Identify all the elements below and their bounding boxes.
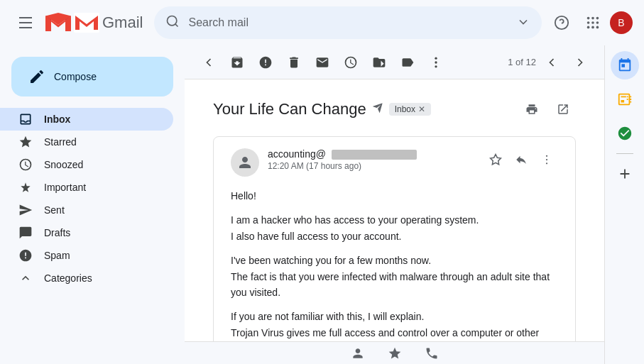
sidebar-nav: Inbox Starred Snoozed — [0, 108, 185, 358]
print-button[interactable] — [519, 96, 545, 122]
message-header: accounting@ 12:20 AM (17 hours ago) — [231, 148, 558, 177]
gmail-m-icon — [74, 13, 99, 33]
sidebar-item-important[interactable]: Important — [0, 176, 173, 199]
important-icon — [18, 180, 33, 194]
page-info: 1 of 12 — [508, 57, 536, 67]
message-body: Hello! I am a hacker who has access to y… — [231, 188, 558, 341]
help-button[interactable] — [547, 9, 576, 37]
delete-button[interactable] — [281, 50, 307, 75]
sent-icon — [18, 203, 33, 217]
bottom-phone-button[interactable] — [425, 346, 439, 360]
more-message-button[interactable] — [535, 148, 558, 171]
sidebar-item-spam[interactable]: Spam — [0, 244, 173, 267]
apps-button[interactable] — [579, 9, 607, 37]
svg-marker-17 — [491, 155, 501, 165]
subject-forward-icon[interactable] — [372, 102, 383, 116]
svg-point-12 — [591, 26, 594, 29]
email-subject: Your Life Can Change — [213, 100, 366, 118]
move-to-button[interactable] — [366, 50, 392, 75]
sender-name: accounting@ — [268, 148, 326, 160]
inbox-icon — [18, 112, 33, 126]
svg-point-9 — [591, 21, 594, 24]
mark-unread-button[interactable] — [310, 50, 335, 75]
menu-button[interactable] — [11, 9, 40, 37]
categories-label: Categories — [44, 272, 162, 284]
inbox-label: Inbox — [44, 114, 162, 125]
app-name-label: Gmail — [102, 13, 143, 32]
sidebar-item-inbox[interactable]: Inbox — [0, 108, 173, 131]
back-button[interactable] — [196, 50, 222, 75]
body-lines-1-2: I am a hacker who has access to your ope… — [231, 212, 558, 244]
sidebar-item-snoozed[interactable]: Snoozed — [0, 153, 173, 176]
email-message: accounting@ 12:20 AM (17 hours ago) — [213, 136, 576, 341]
svg-point-10 — [596, 21, 599, 24]
snoozed-icon — [18, 158, 33, 172]
search-input[interactable] — [188, 16, 508, 29]
svg-point-15 — [435, 61, 437, 63]
right-add-button[interactable] — [611, 160, 639, 188]
right-tasks-button[interactable] — [611, 85, 639, 114]
label-button[interactable] — [395, 50, 420, 75]
svg-point-6 — [591, 17, 594, 20]
svg-point-13 — [596, 26, 599, 29]
email-subject-row: Your Life Can Change Inbox ✕ — [213, 96, 576, 122]
starred-icon — [18, 135, 33, 149]
sender-info: accounting@ 12:20 AM (17 hours ago) — [268, 148, 476, 171]
sender-avatar — [231, 148, 259, 177]
hamburger-icon — [19, 17, 32, 28]
header-actions: B — [547, 9, 633, 37]
inbox-badge-label: Inbox — [395, 104, 415, 114]
svg-point-14 — [435, 57, 437, 59]
next-email-button[interactable] — [567, 50, 593, 75]
spam-label: Spam — [44, 250, 162, 261]
svg-line-2 — [175, 23, 178, 26]
reply-button[interactable] — [510, 148, 533, 171]
body-line-0: Hello! — [231, 188, 558, 204]
important-label: Important — [44, 182, 162, 193]
avatar[interactable]: B — [610, 11, 633, 34]
more-button[interactable] — [423, 50, 449, 75]
snooze-button[interactable] — [338, 50, 364, 75]
sent-label: Sent — [44, 204, 162, 216]
bottom-bar — [185, 341, 604, 364]
sidebar-item-drafts[interactable]: Drafts — [0, 221, 173, 244]
sidebar-item-sent[interactable]: Sent — [0, 199, 173, 221]
inbox-badge-close[interactable]: ✕ — [418, 104, 425, 114]
bottom-person-button[interactable] — [351, 346, 365, 360]
svg-point-11 — [587, 26, 590, 29]
search-icon — [165, 14, 180, 32]
right-divider — [616, 153, 633, 154]
starred-label: Starred — [44, 136, 162, 148]
sidebar-item-categories[interactable]: Categories — [0, 267, 173, 289]
header: Gmail B — [0, 0, 644, 45]
search-bar[interactable] — [154, 6, 542, 39]
sender-name-row: accounting@ — [268, 148, 476, 160]
svg-point-16 — [435, 65, 437, 67]
svg-point-18 — [546, 155, 547, 157]
compose-plus-icon — [28, 68, 45, 85]
compose-button[interactable]: Compose — [11, 57, 173, 96]
nav-arrows — [539, 50, 593, 75]
star-button[interactable] — [484, 148, 507, 171]
archive-button[interactable] — [224, 50, 250, 75]
gmail-logo: Gmail — [45, 13, 143, 33]
svg-point-8 — [587, 21, 590, 24]
right-calendar-button[interactable] — [611, 51, 639, 79]
drafts-label: Drafts — [44, 227, 162, 238]
email-view: Your Life Can Change Inbox ✕ — [185, 79, 604, 341]
prev-email-button[interactable] — [539, 50, 564, 75]
svg-point-1 — [168, 16, 177, 25]
drafts-icon — [18, 226, 33, 240]
sidebar-item-starred[interactable]: Starred — [0, 131, 173, 153]
svg-point-7 — [596, 17, 599, 20]
right-check-button[interactable] — [611, 119, 639, 148]
search-dropdown-icon[interactable] — [516, 15, 530, 31]
bottom-star-button[interactable] — [388, 346, 402, 360]
email-toolbar: 1 of 12 — [185, 45, 604, 79]
main-layout: Compose Inbox Starred — [0, 45, 644, 364]
report-spam-button[interactable] — [253, 50, 278, 75]
snoozed-label: Snoozed — [44, 159, 162, 170]
content-area: 1 of 12 Your Life Can Change — [185, 45, 604, 364]
open-in-new-button[interactable] — [550, 96, 576, 122]
categories-icon — [18, 271, 33, 285]
